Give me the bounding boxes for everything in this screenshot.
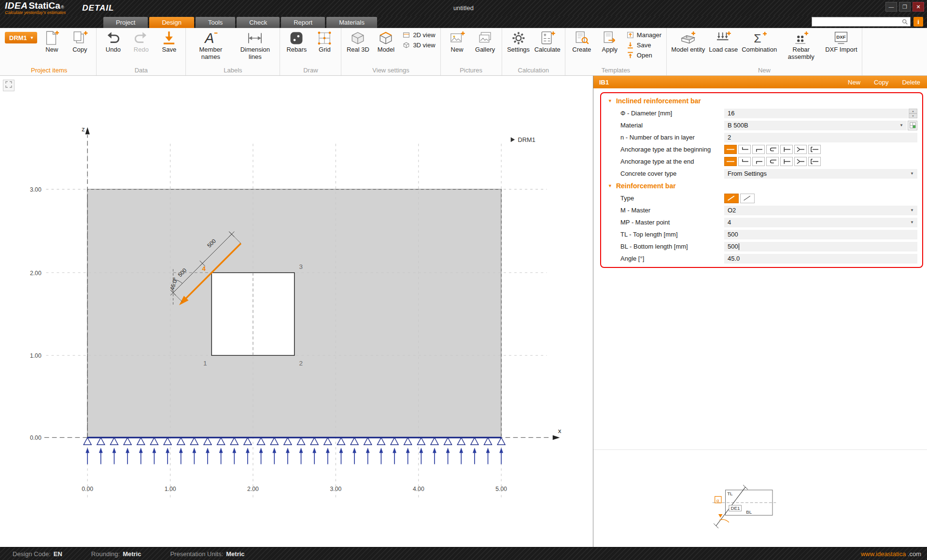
spinner-up-button[interactable]: ▲ [909,109,917,113]
ribbon-button-calculate[interactable]: Calculate [533,29,562,55]
ribbon-button-manager[interactable]: Manager [624,30,663,40]
caret-down-icon: ▾ [31,35,33,40]
anchorage-straight-button[interactable] [724,157,737,166]
anchorage-perpendicular-button[interactable] [780,157,793,166]
ribbon-button-open[interactable]: Open [624,51,663,60]
ribbon-button-new[interactable]: New [38,29,65,55]
maximize-button[interactable]: ❐ [899,2,911,12]
anchorage-plate-button[interactable] [808,145,821,154]
x-tick-label: 3.00 [330,486,342,492]
ribbon-button-redo[interactable]: Redo [127,29,154,55]
ribbon-button-load-case[interactable]: Load case [707,29,739,55]
property-value: 45.0 [724,254,917,264]
angle-input[interactable]: 45.0 [724,254,917,264]
ribbon-button-member-names[interactable]: AMember names [189,29,232,61]
support-triangle [310,437,318,445]
concrete-cover-type-select[interactable]: From Settings▼ [724,169,917,179]
panel-action-delete[interactable]: Delete [902,79,920,86]
panel-action-copy[interactable]: Copy [874,79,888,86]
minimize-button[interactable]: — [885,2,897,12]
anchorage-hook-up-button[interactable] [738,157,751,166]
ribbon-button-save[interactable]: Save [155,29,183,55]
ribbon-button-undo[interactable]: Undo [99,29,126,55]
reaction-arrowhead [406,448,410,453]
ribbon-button-new[interactable]: New [444,29,471,55]
anchorage-hook-down-button[interactable] [752,157,765,166]
anchorage-fork-button[interactable] [794,145,807,154]
section-header-reinforcement-bar[interactable]: ▼Reinforcement bar [601,180,922,192]
bar-inclined-alt-button[interactable] [740,194,755,203]
member-names-icon: A [202,30,219,46]
tl-top-length-mm-input[interactable]: 500 [724,230,917,239]
logo-idea: IDEA [5,1,28,10]
support-triangle [124,437,131,445]
material-select[interactable]: B 500B▼ [724,121,907,130]
ribbon-button-3d-view[interactable]: 3D view [400,41,437,50]
ribbon-button-apply[interactable]: Apply [596,29,623,55]
ribbon-button-model[interactable]: Model [372,29,399,55]
tab-project[interactable]: Project [103,17,148,28]
tab-tools[interactable]: Tools [196,17,235,28]
ribbon-button-grid[interactable]: Grid [311,29,338,55]
ribbon-button-settings[interactable]: Settings [505,29,532,55]
anchorage-fork-button[interactable] [794,157,807,166]
bl-bottom-length-mm-input[interactable]: 500 [724,242,917,252]
fit-view-button[interactable] [3,80,14,91]
property-label: Angle [°] [620,255,724,262]
ribbon-group-label: Calculation [505,66,562,75]
ribbon-button-combination[interactable]: ΣCombination [740,29,778,55]
tab-report[interactable]: Report [281,17,325,28]
anchorage-hook-180-button[interactable] [766,157,779,166]
ribbon-button-rebars[interactable]: Rebars [283,29,310,55]
ribbon-group-label: View settings [344,66,437,75]
anchorage-hook-180-button[interactable] [766,145,779,154]
search-input[interactable] [814,18,901,26]
anchorage-perpendicular-button[interactable] [780,145,793,154]
anchorage-hook-up-button[interactable] [738,145,751,154]
ribbon-button-dxf-import[interactable]: DXFDXF Import [824,29,858,55]
ribbon-group-data: UndoRedoSaveData [97,28,186,75]
anchorage-fork-icon [795,146,806,153]
section-header-inclined-reinforcement-bar[interactable]: ▼Inclined reinforcement bar [601,95,922,107]
info-button[interactable]: i [913,17,923,27]
website-link[interactable]: www.ideastatica .com [861,550,921,558]
ribbon-button-save[interactable]: Save [624,41,663,50]
active-item-dropdown[interactable]: DRM1▾ [5,32,37,43]
mp-master-point-select[interactable]: 4▼ [724,218,917,227]
ribbon-button-model-entity[interactable]: Model entity [670,29,706,55]
property-value: 2 [724,133,917,142]
anchorage-perpendicular-icon [781,158,792,165]
ribbon-button-dimension-lines[interactable]: Dimension lines [233,29,277,61]
status-value: EN [54,550,62,558]
tab-design[interactable]: Design [149,17,194,28]
ribbon-button-real-3d[interactable]: Real 3D [344,29,371,55]
property-value [724,194,917,203]
model-canvas[interactable]: z x 500 500 45.0° 1234 [0,76,593,547]
ribbon-button-rebar-assembly[interactable]: Rebar assembly [779,29,823,61]
reaction-arrowhead [393,448,396,453]
support-triangle [471,437,478,445]
spinner-down-button[interactable]: ▼ [909,113,917,118]
panel-action-new[interactable]: New [848,79,860,86]
ribbon-button-copy[interactable]: Copy [66,29,93,55]
search-box[interactable] [812,17,911,27]
ribbon-button-label: Manager [637,31,661,39]
ribbon-button-gallery[interactable]: Gallery [472,29,499,55]
tab-check[interactable]: Check [237,17,280,28]
anchorage-plate-button[interactable] [808,157,821,166]
bar-inclined-button[interactable] [724,194,739,203]
diameter-mm-input[interactable]: 16 [724,109,908,118]
ribbon-button-create[interactable]: Create [568,29,595,55]
close-button[interactable]: ✕ [913,2,924,12]
n-number-of-bars-in-layer-input[interactable]: 2 [724,133,917,142]
m-master-select[interactable]: O2▼ [724,206,917,215]
template-create-icon [574,30,590,46]
website-suffix: .com [908,550,921,558]
anchorage-plate-icon [809,158,820,165]
anchorage-hook-down-button[interactable] [752,145,765,154]
tab-materials[interactable]: Materials [326,17,377,28]
material-editor-button[interactable] [908,121,917,130]
property-row-diameter-mm: Φ - Diameter [mm]16▲▼ [601,107,922,119]
anchorage-straight-button[interactable] [724,145,737,154]
ribbon-button-2d-view[interactable]: 2D view [400,30,437,40]
